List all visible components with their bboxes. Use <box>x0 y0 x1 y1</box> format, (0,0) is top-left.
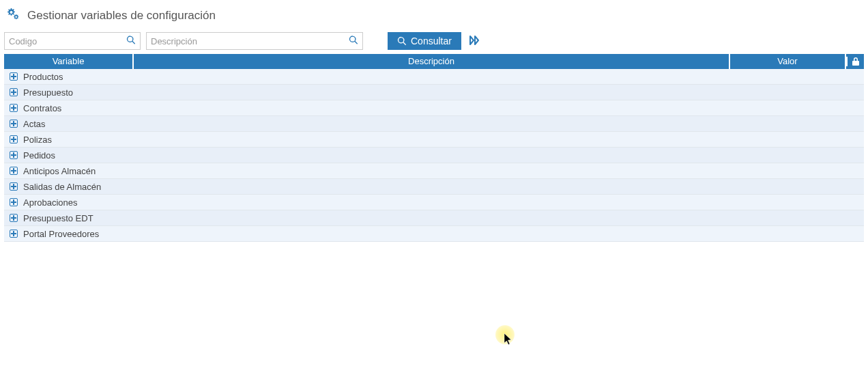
tree-row-label: Contratos <box>23 103 61 113</box>
tree-row[interactable]: Presupuesto <box>4 85 864 100</box>
tree-row[interactable]: Presupuesto EDT <box>4 210 864 226</box>
tree-row[interactable]: Portal Proveedores <box>4 226 864 242</box>
gears-icon <box>4 7 20 24</box>
tree-row-label: Actas <box>23 119 46 129</box>
config-table: Variable Descripción Valor ProductosPres… <box>0 54 868 242</box>
toolbar: Consultar <box>0 32 868 54</box>
expand-icon[interactable] <box>10 167 18 175</box>
tree-row-label: Presupuesto <box>23 87 73 98</box>
expand-icon[interactable] <box>10 120 18 128</box>
descripcion-input[interactable] <box>147 33 285 49</box>
col-valor: Valor <box>730 54 846 69</box>
tree-row[interactable]: Polizas <box>4 132 864 148</box>
search-icon[interactable] <box>126 36 136 47</box>
expand-icon[interactable] <box>10 230 18 238</box>
expand-icon[interactable] <box>10 151 18 159</box>
tree-row-label: Salidas de Almacén <box>23 182 101 192</box>
consultar-button[interactable]: Consultar <box>388 32 461 50</box>
expand-icon[interactable] <box>10 72 18 81</box>
chevrons-right-icon[interactable] <box>469 36 480 47</box>
expand-icon[interactable] <box>10 198 18 206</box>
tree-row[interactable]: Pedidos <box>4 148 864 163</box>
lock-icon <box>852 57 860 66</box>
tree-row-label: Portal Proveedores <box>23 229 99 239</box>
tree-row[interactable]: Aprobaciones <box>4 195 864 210</box>
expand-icon[interactable] <box>10 214 18 222</box>
tree-row[interactable]: Contratos <box>4 100 864 116</box>
tree-row[interactable]: Productos <box>4 69 864 85</box>
page-title: Gestionar variables de configuración <box>27 9 216 23</box>
col-descripcion: Descripción <box>134 54 730 69</box>
col-variable: Variable <box>4 54 134 69</box>
tree-row[interactable]: Anticipos Almacén <box>4 163 864 179</box>
codigo-input[interactable] <box>5 33 143 49</box>
tree-row-label: Pedidos <box>23 150 55 161</box>
tree-row[interactable]: Actas <box>4 116 864 132</box>
tree-row-label: Presupuesto EDT <box>23 213 93 223</box>
expand-icon[interactable] <box>10 182 18 191</box>
expand-icon[interactable] <box>10 135 18 143</box>
tree-row-label: Anticipos Almacén <box>23 166 96 176</box>
tree-row[interactable]: Salidas de Almacén <box>4 179 864 195</box>
col-lock <box>846 57 864 66</box>
expand-icon[interactable] <box>10 88 18 96</box>
cursor-highlight <box>495 325 515 344</box>
tree-row-label: Productos <box>23 72 63 82</box>
table-body: ProductosPresupuestoContratosActasPoliza… <box>4 69 864 242</box>
descripcion-input-wrap <box>146 32 363 50</box>
tree-row-label: Aprobaciones <box>23 197 78 208</box>
page-header: Gestionar variables de configuración <box>0 0 868 32</box>
search-icon <box>397 36 407 46</box>
table-header: Variable Descripción Valor <box>4 54 864 69</box>
search-icon[interactable] <box>349 36 358 47</box>
cursor-arrow-icon <box>504 333 515 346</box>
tree-row-label: Polizas <box>23 135 52 145</box>
expand-icon[interactable] <box>10 104 18 112</box>
codigo-input-wrap <box>4 32 141 50</box>
consultar-label: Consultar <box>411 36 452 46</box>
